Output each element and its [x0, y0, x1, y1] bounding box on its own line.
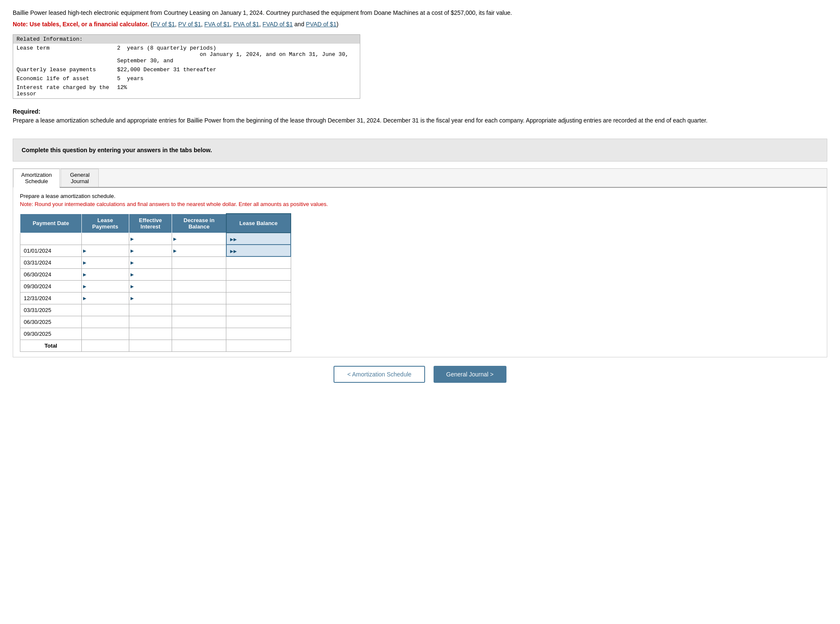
cell-total-balance — [226, 340, 291, 351]
cell-decrease-01012024[interactable] — [172, 245, 226, 256]
table-row-03312025: 03/31/2025 — [20, 304, 291, 316]
amort-description: Prepare a lease amortization schedule. — [20, 193, 820, 199]
lease-term-value: 2 years (8 quarterly periods) on January… — [114, 44, 360, 65]
cell-total-interest[interactable] — [129, 340, 172, 351]
table-row-blank: ▶ — [20, 233, 291, 245]
cell-balance-12312024[interactable] — [226, 292, 291, 304]
cell-decrease-09302024[interactable] — [172, 280, 226, 292]
tab-general-journal[interactable]: GeneralJournal — [61, 169, 99, 187]
cell-blank-balance[interactable]: ▶ — [226, 233, 291, 245]
cell-decrease-03312024[interactable] — [172, 256, 226, 268]
cell-date-06302024: 06/30/2024 — [20, 268, 82, 280]
note-line: Note: Use tables, Excel, or a financial … — [13, 21, 827, 28]
cell-interest-06302024[interactable] — [129, 268, 172, 280]
cell-balance-09302024[interactable] — [226, 280, 291, 292]
cell-total-payments[interactable] — [81, 340, 129, 351]
tab-amortization[interactable]: AmortizationSchedule — [13, 169, 60, 188]
cell-decrease-06302025[interactable] — [172, 316, 226, 328]
table-row-09302024: 09/30/2024 — [20, 280, 291, 292]
table-row-12312024: 12/31/2024 — [20, 292, 291, 304]
required-label: Required: — [13, 108, 40, 115]
cell-payments-06302024[interactable] — [81, 268, 129, 280]
economic-life-label: Economic life of asset — [13, 74, 114, 83]
cell-payments-01012024[interactable] — [81, 245, 129, 256]
cell-blank-payments[interactable] — [81, 233, 129, 245]
pvad-link[interactable]: PVAD of $1 — [306, 21, 337, 28]
interest-rate-value: 12% — [114, 83, 360, 99]
cell-date-09302025: 09/30/2025 — [20, 328, 82, 340]
pv-link[interactable]: PV of $1 — [178, 21, 201, 28]
cell-payments-03312024[interactable] — [81, 256, 129, 268]
interest-rate-label: Interest rate charged by the lessor — [13, 83, 114, 99]
table-row-06302025: 06/30/2025 — [20, 316, 291, 328]
note-label: Note: Use tables, Excel, or a financial … — [13, 21, 149, 28]
cell-balance-09302025[interactable] — [226, 328, 291, 340]
next-button[interactable]: General Journal > — [434, 366, 506, 383]
quarterly-payments-value: $22,000 December 31 thereafter — [114, 65, 360, 74]
pva-link[interactable]: PVA of $1 — [233, 21, 259, 28]
bottom-nav: < Amortization Schedule General Journal … — [13, 366, 827, 383]
fvad-link[interactable]: FVAD of $1 — [262, 21, 292, 28]
cell-interest-03312024[interactable] — [129, 256, 172, 268]
fv-link[interactable]: FV of $1 — [153, 21, 175, 28]
cell-total-decrease[interactable] — [172, 340, 226, 351]
fva-link[interactable]: FVA of $1 — [204, 21, 230, 28]
col-header-decrease: Decrease inBalance — [172, 214, 226, 233]
amort-note: Note: Round your intermediate calculatio… — [20, 201, 820, 207]
cell-interest-06302025[interactable] — [129, 316, 172, 328]
lease-term-label: Lease term — [13, 44, 114, 65]
cell-balance-01012024[interactable]: ▶ — [226, 245, 291, 256]
cell-balance-03312025[interactable] — [226, 304, 291, 316]
cell-blank-date — [20, 233, 82, 245]
table-row-03312024: 03/31/2024 — [20, 256, 291, 268]
cell-balance-06302024[interactable] — [226, 268, 291, 280]
cell-interest-09302024[interactable] — [129, 280, 172, 292]
cell-interest-12312024[interactable] — [129, 292, 172, 304]
col-header-date: Payment Date — [20, 214, 82, 233]
cell-interest-01012024[interactable] — [129, 245, 172, 256]
cell-interest-03312025[interactable] — [129, 304, 172, 316]
cell-date-03312025: 03/31/2025 — [20, 304, 82, 316]
cell-balance-06302025[interactable] — [226, 316, 291, 328]
cell-date-06302025: 06/30/2025 — [20, 316, 82, 328]
related-info-table: Related Information: Lease term 2 years … — [13, 34, 360, 99]
amortization-table: Payment Date LeasePayments EffectiveInte… — [20, 213, 291, 352]
table-row-01012024: 01/01/2024 ▶ — [20, 245, 291, 256]
col-header-balance: Lease Balance — [226, 214, 291, 233]
required-text: Prepare a lease amortization schedule an… — [13, 117, 708, 124]
cell-date-12312024: 12/31/2024 — [20, 292, 82, 304]
tabs-container: AmortizationSchedule GeneralJournal Prep… — [13, 168, 827, 357]
complete-box-text: Complete this question by entering your … — [22, 147, 212, 153]
cell-blank-decrease[interactable] — [172, 233, 226, 245]
cell-payments-09302024[interactable] — [81, 280, 129, 292]
col-header-interest: EffectiveInterest — [129, 214, 172, 233]
table-row-06302024: 06/30/2024 — [20, 268, 291, 280]
cell-decrease-06302024[interactable] — [172, 268, 226, 280]
cell-payments-12312024[interactable] — [81, 292, 129, 304]
col-header-payments: LeasePayments — [81, 214, 129, 233]
related-info-header: Related Information: — [13, 35, 360, 44]
prev-button[interactable]: < Amortization Schedule — [334, 366, 425, 383]
cell-payments-09302025[interactable] — [81, 328, 129, 340]
cell-payments-06302025[interactable] — [81, 316, 129, 328]
cell-date-01012024: 01/01/2024 — [20, 245, 82, 256]
quarterly-payments-label: Quarterly lease payments — [13, 65, 114, 74]
tab-content-amortization: Prepare a lease amortization schedule. N… — [13, 188, 827, 357]
complete-box: Complete this question by entering your … — [13, 139, 827, 162]
problem-intro: Baillie Power leased high-tech electroni… — [13, 8, 827, 17]
cell-date-03312024: 03/31/2024 — [20, 256, 82, 268]
cell-payments-03312025[interactable] — [81, 304, 129, 316]
cell-balance-03312024[interactable] — [226, 256, 291, 268]
cell-blank-interest[interactable] — [129, 233, 172, 245]
cell-date-09302024: 09/30/2024 — [20, 280, 82, 292]
table-row-09302025: 09/30/2025 — [20, 328, 291, 340]
required-section: Required: Prepare a lease amortization s… — [13, 107, 827, 125]
tabs-row: AmortizationSchedule GeneralJournal — [13, 169, 827, 188]
economic-life-value: 5 years — [114, 74, 360, 83]
cell-decrease-12312024[interactable] — [172, 292, 226, 304]
cell-decrease-09302025[interactable] — [172, 328, 226, 340]
cell-decrease-03312025[interactable] — [172, 304, 226, 316]
cell-interest-09302025[interactable] — [129, 328, 172, 340]
intro-text: Baillie Power leased high-tech electroni… — [13, 9, 512, 16]
cell-total-label: Total — [20, 340, 82, 351]
